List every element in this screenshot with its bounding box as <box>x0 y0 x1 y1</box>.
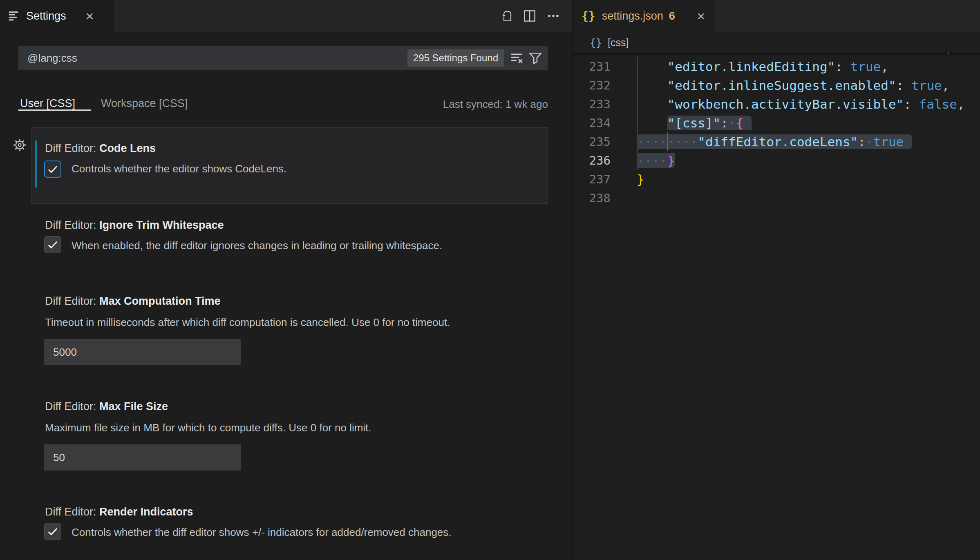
line-number: 232 <box>573 76 611 95</box>
open-settings-json-icon[interactable] <box>499 9 513 23</box>
line-number: 231 <box>573 57 611 76</box>
setting-category-label: Diff Editor: <box>45 295 99 307</box>
code-token <box>637 116 667 130</box>
more-actions-icon[interactable] <box>546 9 560 23</box>
code-token: : <box>858 134 866 149</box>
code-line[interactable]: "editor.inlineSuggest.enabled": true, <box>637 76 949 95</box>
setting-name-label: Max Computation Time <box>99 295 221 307</box>
setting-description: Controls whether the editor shows CodeLe… <box>72 163 286 175</box>
breadcrumb-json-icon: {} <box>590 37 602 49</box>
setting-name-label: Ignore Trim Whitespace <box>99 219 224 231</box>
line-number: 238 <box>573 189 611 207</box>
setting-description: Timeout in milliseconds after which diff… <box>45 316 450 329</box>
settings-editor-group: Settings × <box>0 0 572 560</box>
line-number: 236 <box>573 151 611 170</box>
settings-search-input[interactable] <box>18 51 407 65</box>
code-token: : <box>720 116 728 130</box>
setting-title: Diff Editor: Render Indicators <box>45 506 193 518</box>
code-token: "[css]" <box>667 116 721 130</box>
code-area[interactable]: ,231 "editor.linkedEditing": true,232 "e… <box>573 0 980 560</box>
scroll-shadow <box>573 53 980 56</box>
code-line[interactable]: "[css]":·{ <box>637 114 752 132</box>
tab-settings[interactable]: Settings × <box>0 0 114 32</box>
clear-filters-icon[interactable] <box>510 51 524 65</box>
line-number: 234 <box>573 114 611 132</box>
setting-name-label: Code Lens <box>99 142 156 154</box>
line-number: 233 <box>573 95 611 114</box>
setting-checkbox[interactable] <box>44 236 61 253</box>
selection-highlight: ····} <box>637 153 675 168</box>
selection-highlight: ········"diffEditor.codeLens":·true <box>637 134 912 149</box>
code-token: "workbench.activityBar.visible" <box>667 97 904 112</box>
left-tab-bar: Settings × <box>0 0 572 32</box>
setting-gear-icon[interactable] <box>13 138 27 152</box>
setting-title: Diff Editor: Code Lens <box>45 142 156 155</box>
code-token: ···· <box>637 153 667 168</box>
setting-name-label: Render Indicators <box>99 506 193 518</box>
selection-highlight: "[css]":·{ <box>667 116 752 130</box>
code-token: , <box>957 97 965 112</box>
code-token: } <box>667 153 675 168</box>
modified-indicator-bar <box>35 141 37 187</box>
tab-settings-close-icon[interactable]: × <box>86 9 94 23</box>
code-token: true <box>873 134 904 149</box>
code-token: , <box>942 78 950 93</box>
setting-title: Diff Editor: Max File Size <box>45 400 168 413</box>
json-editor-group: {} settings.json 6 × {} [css] ,231 "edit… <box>573 0 980 560</box>
indent-guide <box>637 57 638 170</box>
code-token: "editor.linkedEditing" <box>667 59 835 74</box>
code-token: { <box>736 116 744 130</box>
setting-description: When enabled, the diff editor ignores ch… <box>72 239 442 252</box>
settings-count-badge: 295 Settings Found <box>407 49 504 67</box>
setting-checkbox[interactable] <box>44 523 61 540</box>
code-token: : <box>904 97 919 112</box>
last-synced-label: Last synced: 1 wk ago <box>18 98 548 111</box>
setting-category-label: Diff Editor: <box>45 400 99 413</box>
setting-checkbox[interactable] <box>44 161 61 178</box>
setting-title: Diff Editor: Ignore Trim Whitespace <box>45 219 224 232</box>
breadcrumb[interactable]: {} [css] <box>573 32 980 53</box>
code-line[interactable]: ····} <box>637 151 675 170</box>
code-token: · <box>866 134 873 149</box>
code-line[interactable]: "workbench.activityBar.visible": false, <box>637 95 965 114</box>
code-token: : <box>835 59 850 74</box>
code-token: "diffEditor.codeLens" <box>698 134 858 149</box>
setting-description: Controls whether the diff editor shows +… <box>72 526 452 539</box>
tab-settings-label: Settings <box>26 10 66 22</box>
setting-description: Maximum file size in MB for which to com… <box>45 422 371 434</box>
vscode-window: Settings × <box>0 0 980 560</box>
code-token: "editor.inlineSuggest.enabled" <box>667 78 896 93</box>
settings-search-box: 295 Settings Found <box>18 46 548 70</box>
code-token <box>637 59 667 74</box>
code-line[interactable]: } <box>637 170 644 189</box>
breadcrumb-item-css[interactable]: [css] <box>608 37 629 49</box>
code-line[interactable]: ········"diffEditor.codeLens":·true <box>637 132 912 151</box>
code-line[interactable]: "editor.linkedEditing": true, <box>637 57 888 76</box>
setting-number-input[interactable] <box>44 339 241 365</box>
code-token: : <box>896 78 911 93</box>
active-indent-guide <box>667 132 668 151</box>
code-token: , <box>881 59 888 74</box>
filter-icon[interactable] <box>528 51 542 65</box>
setting-category-label: Diff Editor: <box>45 506 99 518</box>
code-token: false <box>919 97 957 112</box>
line-number: 237 <box>573 170 611 189</box>
split-editor-icon[interactable] <box>523 9 537 23</box>
code-token: true <box>911 78 942 93</box>
code-token <box>637 97 667 112</box>
setting-number-input[interactable] <box>44 444 241 471</box>
setting-category-label: Diff Editor: <box>45 142 99 154</box>
code-token: } <box>637 172 644 187</box>
code-token <box>637 78 667 93</box>
setting-category-label: Diff Editor: <box>45 219 99 231</box>
setting-title: Diff Editor: Max Computation Time <box>45 295 221 308</box>
left-editor-actions <box>499 0 560 32</box>
code-token: · <box>728 116 736 130</box>
setting-name-label: Max File Size <box>99 400 168 413</box>
code-token: true <box>850 59 881 74</box>
line-number: 235 <box>573 132 611 151</box>
settings-list-icon <box>8 10 20 22</box>
